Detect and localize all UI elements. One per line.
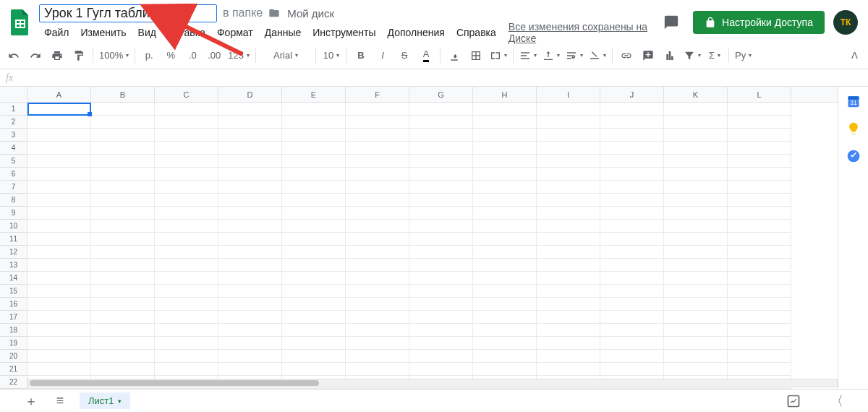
- cell[interactable]: [728, 363, 791, 376]
- avatar[interactable]: ТК: [833, 10, 858, 35]
- col-header[interactable]: H: [473, 87, 537, 102]
- cell[interactable]: [91, 246, 155, 259]
- cell[interactable]: [664, 298, 728, 311]
- explore-button[interactable]: [784, 392, 803, 411]
- cell[interactable]: [664, 103, 728, 116]
- cell[interactable]: [664, 272, 728, 285]
- cell[interactable]: [91, 233, 155, 246]
- cell[interactable]: [664, 311, 728, 324]
- cell[interactable]: [728, 129, 791, 142]
- cell[interactable]: [537, 220, 600, 233]
- cell[interactable]: [473, 298, 537, 311]
- cell[interactable]: [218, 350, 282, 363]
- cell[interactable]: [346, 103, 409, 116]
- menu-edit[interactable]: Изменить: [75, 25, 131, 40]
- keep-icon[interactable]: [846, 121, 861, 136]
- cell[interactable]: [409, 324, 473, 337]
- cell[interactable]: [282, 285, 346, 298]
- col-header[interactable]: I: [537, 87, 600, 102]
- menu-insert[interactable]: Вставка: [163, 25, 210, 40]
- row-header[interactable]: 5: [0, 155, 27, 168]
- cell[interactable]: [409, 311, 473, 324]
- cell[interactable]: [346, 337, 409, 350]
- cell[interactable]: [218, 181, 282, 194]
- col-header[interactable]: G: [409, 87, 473, 102]
- cell[interactable]: [346, 207, 409, 220]
- cell[interactable]: [155, 311, 218, 324]
- cell[interactable]: [537, 155, 600, 168]
- cell[interactable]: [155, 233, 218, 246]
- cell[interactable]: [27, 311, 91, 324]
- cell[interactable]: [282, 233, 346, 246]
- cell[interactable]: [728, 220, 791, 233]
- cell[interactable]: [537, 246, 600, 259]
- cell[interactable]: [728, 259, 791, 272]
- cell[interactable]: [155, 298, 218, 311]
- cell[interactable]: [600, 129, 664, 142]
- cell[interactable]: [537, 142, 600, 155]
- cell[interactable]: [155, 272, 218, 285]
- cell[interactable]: [218, 298, 282, 311]
- fill-color-button[interactable]: [445, 46, 464, 65]
- cell[interactable]: [346, 363, 409, 376]
- cell[interactable]: [473, 194, 537, 207]
- cell[interactable]: [282, 363, 346, 376]
- cell[interactable]: [600, 207, 664, 220]
- cell[interactable]: [155, 155, 218, 168]
- cell[interactable]: [155, 194, 218, 207]
- cell[interactable]: [409, 272, 473, 285]
- row-header[interactable]: 2: [0, 116, 27, 129]
- share-button[interactable]: Настройки Доступа: [693, 11, 825, 34]
- cell[interactable]: [218, 142, 282, 155]
- cell[interactable]: [27, 194, 91, 207]
- cell[interactable]: [91, 142, 155, 155]
- folder-name[interactable]: Мой диск: [287, 7, 334, 20]
- cell[interactable]: [473, 259, 537, 272]
- cell[interactable]: [282, 259, 346, 272]
- select-all-corner[interactable]: [0, 87, 27, 102]
- cell[interactable]: [600, 168, 664, 181]
- cell[interactable]: [664, 194, 728, 207]
- cell[interactable]: [600, 363, 664, 376]
- cell[interactable]: [155, 142, 218, 155]
- sheets-logo[interactable]: [6, 8, 35, 37]
- cell[interactable]: [155, 285, 218, 298]
- cell[interactable]: [728, 181, 791, 194]
- cell[interactable]: [537, 298, 600, 311]
- redo-button[interactable]: [26, 46, 45, 65]
- cell[interactable]: [282, 155, 346, 168]
- cell[interactable]: [600, 259, 664, 272]
- cell[interactable]: [664, 207, 728, 220]
- cell[interactable]: [473, 155, 537, 168]
- cell[interactable]: [346, 259, 409, 272]
- cell[interactable]: [664, 285, 728, 298]
- row-header[interactable]: 10: [0, 220, 27, 233]
- cell[interactable]: [346, 155, 409, 168]
- cell[interactable]: [346, 272, 409, 285]
- cell[interactable]: [473, 272, 537, 285]
- cell[interactable]: [27, 337, 91, 350]
- cell[interactable]: [537, 350, 600, 363]
- sheet-tab[interactable]: Лист1: [80, 392, 130, 409]
- font-size-dropdown[interactable]: 10: [320, 46, 342, 65]
- cell[interactable]: [218, 103, 282, 116]
- cell[interactable]: [537, 337, 600, 350]
- cell[interactable]: [27, 220, 91, 233]
- cell[interactable]: [91, 181, 155, 194]
- cell[interactable]: [218, 194, 282, 207]
- cell[interactable]: [27, 116, 91, 129]
- cell[interactable]: [346, 168, 409, 181]
- cell[interactable]: [218, 337, 282, 350]
- cell[interactable]: [91, 259, 155, 272]
- cell[interactable]: [728, 103, 791, 116]
- cell[interactable]: [155, 116, 218, 129]
- cell[interactable]: [346, 129, 409, 142]
- row-header[interactable]: 3: [0, 129, 27, 142]
- menu-format[interactable]: Формат: [212, 25, 258, 40]
- cell[interactable]: [473, 181, 537, 194]
- cell[interactable]: [155, 259, 218, 272]
- cell[interactable]: [537, 129, 600, 142]
- cell[interactable]: [537, 272, 600, 285]
- cell[interactable]: [473, 142, 537, 155]
- cell[interactable]: [664, 324, 728, 337]
